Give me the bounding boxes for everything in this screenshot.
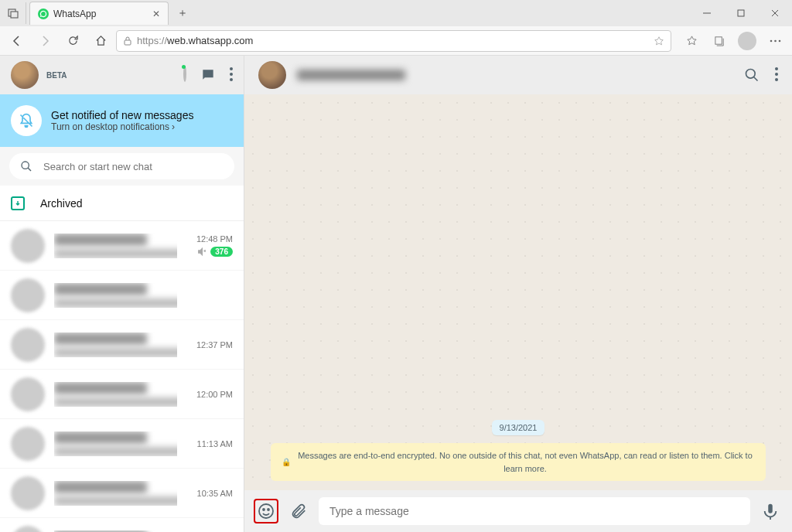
svg-point-22 — [263, 509, 265, 510]
user-avatar[interactable] — [11, 61, 39, 89]
archived-row[interactable]: Archived — [0, 186, 244, 221]
sidebar-header: BETA — [0, 56, 244, 94]
home-button[interactable] — [88, 29, 113, 53]
window-controls — [690, 2, 792, 25]
notification-banner[interactable]: Get notified of new messages Turn on des… — [0, 94, 244, 147]
browser-tab[interactable]: WhatsApp ✕ — [29, 2, 169, 25]
svg-rect-6 — [125, 40, 131, 45]
tab-title: WhatsApp — [53, 9, 96, 19]
svg-point-8 — [770, 39, 772, 42]
chat-avatar — [11, 427, 45, 461]
chat-row[interactable]: 10:35 AM — [0, 469, 244, 518]
chat-avatar — [11, 526, 45, 533]
conversation-panel: 9/13/2021 🔒 Messages are end-to-end encr… — [244, 56, 792, 532]
back-button[interactable] — [5, 29, 29, 53]
chat-row[interactable] — [0, 271, 244, 320]
status-icon[interactable] — [183, 67, 186, 83]
collections-button[interactable] — [707, 29, 732, 53]
chat-name — [54, 332, 147, 345]
chat-list[interactable]: 12:48 PM 376 12:37 PM 1 — [0, 221, 244, 532]
svg-point-11 — [230, 67, 233, 70]
chat-row[interactable]: 12:00 PM — [0, 370, 244, 419]
contact-avatar[interactable] — [258, 61, 286, 89]
chat-row[interactable]: 12:37 PM — [0, 320, 244, 370]
svg-point-9 — [774, 39, 777, 42]
new-chat-icon[interactable] — [200, 67, 216, 83]
maximize-button[interactable] — [724, 2, 758, 25]
chat-preview — [54, 496, 177, 506]
chat-avatar — [11, 377, 45, 411]
conversation-header[interactable] — [244, 56, 792, 94]
attach-button[interactable] — [286, 499, 311, 523]
whatsapp-favicon-icon — [38, 9, 49, 19]
chat-preview — [54, 249, 177, 258]
chat-row[interactable]: 9:44 AM — [0, 518, 244, 532]
browser-menu-button[interactable] — [763, 29, 787, 53]
minimize-button[interactable] — [690, 2, 724, 25]
search-in-chat-icon[interactable] — [744, 67, 760, 83]
refresh-button[interactable] — [60, 29, 85, 53]
chat-name — [54, 481, 147, 493]
chat-avatar — [11, 476, 45, 510]
favorites-button[interactable] — [679, 29, 704, 53]
notification-title: Get notified of new messages — [51, 109, 193, 121]
contact-name — [297, 70, 405, 80]
chat-menu-icon[interactable] — [775, 67, 778, 83]
lock-icon — [123, 36, 132, 46]
voice-button[interactable] — [758, 499, 783, 523]
messages-area[interactable]: 9/13/2021 🔒 Messages are end-to-end encr… — [244, 94, 792, 490]
search-icon — [20, 160, 32, 172]
chat-avatar — [11, 229, 45, 263]
svg-line-17 — [754, 77, 758, 81]
message-input[interactable] — [329, 505, 739, 517]
chat-name — [54, 431, 147, 444]
chat-avatar — [11, 278, 45, 312]
chat-row[interactable]: 11:13 AM — [0, 419, 244, 469]
close-window-button[interactable] — [758, 2, 792, 25]
chat-name — [54, 283, 147, 295]
mute-icon — [197, 247, 207, 257]
encryption-notice[interactable]: 🔒 Messages are end-to-end encrypted. No … — [271, 443, 766, 481]
svg-point-12 — [230, 73, 233, 76]
svg-rect-7 — [715, 37, 721, 44]
reader-icon[interactable] — [654, 36, 664, 46]
svg-line-15 — [28, 168, 31, 171]
chat-preview — [54, 447, 177, 456]
close-tab-button[interactable]: ✕ — [152, 9, 160, 19]
chat-time: 12:00 PM — [196, 390, 233, 399]
search-input[interactable] — [43, 161, 224, 172]
svg-rect-3 — [738, 10, 744, 16]
svg-point-10 — [778, 39, 780, 42]
notification-link[interactable]: Turn on desktop notifications› — [51, 121, 193, 132]
chevron-right-icon: › — [172, 121, 175, 132]
archived-label: Archived — [40, 197, 82, 210]
chat-time: 11:13 AM — [197, 439, 233, 448]
chat-preview — [54, 348, 177, 357]
search-box[interactable] — [9, 153, 234, 179]
chat-time: 12:48 PM — [196, 234, 233, 244]
new-tab-button[interactable]: ＋ — [172, 2, 193, 24]
bell-off-icon — [11, 105, 42, 136]
chat-time: 10:35 AM — [197, 489, 233, 498]
tab-actions-button[interactable] — [0, 2, 26, 24]
svg-point-21 — [259, 504, 273, 518]
url-host: web.whatsapp.com — [167, 35, 253, 46]
search-container — [0, 147, 244, 186]
svg-point-16 — [746, 70, 756, 79]
forward-button[interactable] — [32, 29, 57, 53]
address-bar[interactable]: https://web.whatsapp.com — [116, 30, 671, 52]
whatsapp-app: BETA Get notified of new messages Turn o… — [0, 56, 792, 532]
svg-point-23 — [268, 509, 269, 510]
message-input-wrapper[interactable] — [319, 497, 750, 525]
browser-titlebar: WhatsApp ✕ ＋ — [0, 0, 792, 26]
archive-icon — [11, 196, 25, 210]
svg-rect-1 — [11, 12, 18, 18]
chat-row[interactable]: 12:48 PM 376 — [0, 221, 244, 271]
lock-icon: 🔒 — [282, 456, 291, 468]
sidebar: BETA Get notified of new messages Turn o… — [0, 56, 244, 532]
menu-icon[interactable] — [230, 67, 233, 83]
profile-button[interactable] — [735, 29, 760, 53]
chat-preview — [54, 397, 177, 407]
emoji-button[interactable] — [254, 499, 278, 523]
message-composer — [244, 490, 792, 532]
